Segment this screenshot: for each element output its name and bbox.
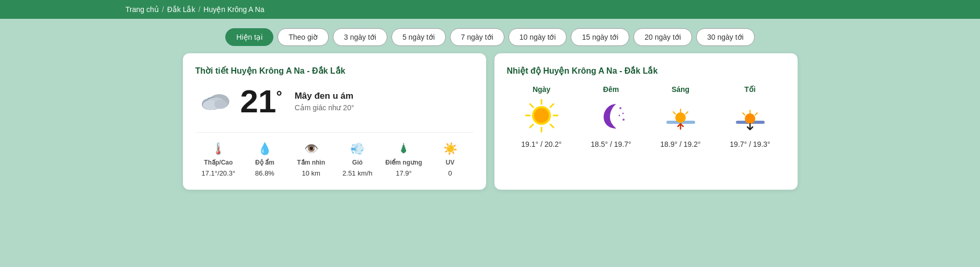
tab-15-ngay[interactable]: 15 ngày tới: [571, 28, 629, 46]
svg-line-12: [530, 104, 533, 107]
period-day-temps: 19.1° / 20.2°: [521, 140, 561, 148]
stat-label-humidity: Độ ẩm: [255, 159, 274, 166]
period-night-label: Đêm: [603, 85, 619, 94]
svg-point-5: [214, 99, 227, 109]
period-night: Đêm 18.5° / 19.7°: [577, 85, 646, 148]
svg-point-27: [745, 113, 755, 124]
temperature-display: 21 °: [240, 85, 282, 118]
tab-10-ngay[interactable]: 10 ngày tới: [509, 28, 567, 46]
dewpoint-icon: 🌢️: [398, 142, 410, 156]
eye-icon: 👁️: [304, 142, 318, 156]
svg-line-24: [686, 112, 688, 114]
weather-card-title: Thời tiết Huyện Krông A Na - Đắk Lắk: [195, 66, 474, 76]
humidity-icon: 💧: [258, 142, 272, 156]
top-bar: Trang chủ / Đắk Lắk / Huyện Krông A Na: [0, 0, 980, 19]
svg-line-15: [530, 124, 533, 127]
svg-line-23: [673, 112, 675, 114]
tab-30-ngay[interactable]: 30 ngày tới: [696, 28, 755, 46]
sun-icon: [525, 99, 559, 135]
tab-7-ngay[interactable]: 7 ngày tới: [450, 28, 504, 46]
sunrise-icon: [664, 99, 698, 135]
svg-point-19: [622, 119, 625, 121]
breadcrumb-district[interactable]: Huyện Krông A Na: [203, 5, 264, 14]
tab-5-ngay[interactable]: 5 ngày tới: [391, 28, 446, 46]
sunset-icon: [733, 99, 767, 135]
stat-label-dew: Điểm ngưng: [385, 159, 422, 166]
stat-value-dew: 17.9°: [396, 169, 412, 177]
tab-theo-gio[interactable]: Theo giờ: [278, 28, 329, 46]
period-morning: Sáng 18.9: [646, 85, 716, 148]
period-evening-label: Tối: [744, 85, 755, 94]
temp-card-title: Nhiệt độ Huyện Krông A Na - Đắk Lắk: [507, 66, 785, 76]
breadcrumb-sep2: /: [198, 5, 200, 14]
stat-label-low-high: Thấp/Cao: [204, 159, 233, 166]
degree-symbol: °: [276, 89, 282, 104]
cloud-weather-icon: [195, 86, 232, 117]
tab-20-ngay[interactable]: 20 ngày tới: [633, 28, 692, 46]
feels-like: Cảm giác như 20°: [295, 103, 354, 112]
weather-stats: 🌡️ Thấp/Cao 17.1°/20.3° 💧 Độ ẩm 86.8% 👁️…: [195, 132, 474, 177]
period-evening: Tối 19.7°: [716, 85, 785, 148]
stat-uv: ☀️ UV 0: [427, 142, 474, 177]
tab-bar: Hiện tại Theo giờ 3 ngày tới 5 ngày tới …: [0, 19, 980, 53]
svg-line-29: [743, 113, 745, 115]
svg-line-14: [550, 104, 554, 107]
period-evening-temps: 19.7° / 19.3°: [730, 140, 770, 148]
stat-wind: 💨 Gió 2.51 km/h: [335, 142, 381, 177]
svg-line-30: [755, 113, 757, 115]
stat-label-wind: Gió: [352, 159, 363, 166]
weather-condition: Mây đen u ám: [295, 91, 354, 101]
svg-point-21: [675, 112, 686, 123]
tab-3-ngay[interactable]: 3 ngày tới: [333, 28, 387, 46]
period-morning-label: Sáng: [672, 85, 689, 94]
moon-icon: [594, 99, 628, 135]
stat-dew-point: 🌢️ Điểm ngưng 17.9°: [381, 142, 427, 177]
uv-icon: ☀️: [443, 142, 457, 156]
period-day: Ngày 19.1: [507, 85, 577, 148]
stat-value-humidity: 86.8%: [255, 169, 274, 177]
breadcrumb-daklak[interactable]: Đắk Lắk: [167, 5, 195, 14]
svg-point-7: [534, 108, 549, 123]
weather-card: Thời tiết Huyện Krông A Na - Đắk Lắk 21 …: [183, 53, 486, 190]
period-day-label: Ngày: [533, 85, 550, 94]
stat-value-uv: 0: [448, 169, 452, 177]
svg-point-17: [622, 113, 624, 114]
stat-label-uv: UV: [446, 159, 455, 166]
breadcrumb-sep1: /: [162, 5, 164, 14]
svg-line-13: [550, 124, 554, 127]
stat-value-low-high: 17.1°/20.3°: [202, 169, 236, 177]
stat-visibility: 👁️ Tầm nhìn 10 km: [288, 142, 335, 177]
tab-hien-tai[interactable]: Hiện tại: [225, 28, 273, 46]
wind-icon: 💨: [350, 142, 364, 156]
period-morning-temps: 18.9° / 19.2°: [660, 140, 700, 148]
svg-point-16: [619, 107, 621, 109]
temperature-card: Nhiệt độ Huyện Krông A Na - Đắk Lắk Ngày: [494, 53, 798, 190]
temperature-value: 21: [240, 85, 276, 118]
stat-label-visibility: Tầm nhìn: [297, 159, 325, 166]
temp-periods: Ngày 19.1: [507, 85, 785, 148]
stat-value-wind: 2.51 km/h: [342, 169, 372, 177]
current-weather-section: 21 ° Mây đen u ám Cảm giác như 20°: [195, 85, 474, 118]
breadcrumb-home[interactable]: Trang chủ: [125, 5, 159, 14]
breadcrumb: Trang chủ / Đắk Lắk / Huyện Krông A Na: [10, 5, 970, 14]
weather-description: Mây đen u ám Cảm giác như 20°: [295, 91, 354, 112]
period-night-temps: 18.5° / 19.7°: [591, 140, 631, 148]
main-content: Thời tiết Huyện Krông A Na - Đắk Lắk 21 …: [0, 53, 980, 205]
svg-point-18: [618, 115, 620, 117]
stat-low-high: 🌡️ Thấp/Cao 17.1°/20.3°: [195, 142, 242, 177]
stat-humidity: 💧 Độ ẩm 86.8%: [241, 142, 288, 177]
thermometer-icon: 🌡️: [211, 142, 225, 156]
stat-value-visibility: 10 km: [302, 169, 320, 177]
